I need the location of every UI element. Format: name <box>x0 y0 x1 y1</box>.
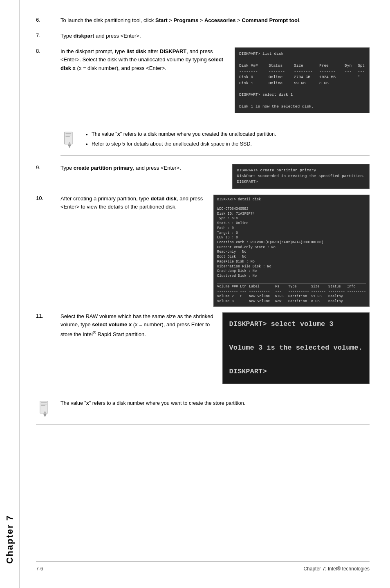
footer-page-num: 7-6 <box>36 566 43 572</box>
step-7-num: 7. <box>36 32 61 38</box>
page: Chapter 7 6. To launch the disk partitio… <box>0 0 390 588</box>
note-box-2: The value "x" refers to a disk number wh… <box>36 394 370 425</box>
svg-rect-2 <box>65 135 71 135</box>
note-1-bullet-1: The value "x" refers to a disk number wh… <box>92 130 370 138</box>
step-9-row: 9. Type create partition primary, and pr… <box>36 164 370 189</box>
svg-rect-7 <box>41 402 47 403</box>
step-7-text: Type diskpart and press <Enter>. <box>61 32 370 40</box>
chapter-sidebar: Chapter 7 <box>0 0 20 588</box>
step-10-content: After creating a primary partition, type… <box>61 195 370 307</box>
main-content: 6. To launch the disk partitioning tool,… <box>20 0 390 588</box>
note-2-content: The value "x" refers to a disk number wh… <box>61 399 370 407</box>
step-10-num: 10. <box>36 195 61 201</box>
svg-rect-1 <box>65 133 71 134</box>
terminal-listdisk: DISKPART> list disk Disk ### Status Size… <box>235 47 370 113</box>
step-9-num: 9. <box>36 164 61 171</box>
step-6-num: 6. <box>36 16 61 23</box>
note-icon-2 <box>36 399 54 420</box>
step-10-terminal: DISKPART> detail disk WDC-CTD6434S5E2 Di… <box>213 195 370 307</box>
svg-rect-3 <box>65 136 70 137</box>
step-9-terminal: DISKPART> create partition primary DiskP… <box>232 164 370 189</box>
step-6-text: To launch the disk partitioning tool, cl… <box>61 16 370 25</box>
svg-rect-8 <box>41 404 47 404</box>
svg-rect-9 <box>41 405 45 406</box>
step-7-row: 7. Type diskpart and press <Enter>. <box>36 32 370 40</box>
step-11-num: 11. <box>36 312 61 319</box>
svg-marker-11 <box>43 414 46 417</box>
step-6-row: 6. To launch the disk partitioning tool,… <box>36 16 370 25</box>
step-8-row: 8. In the diskpart prompt, type list dis… <box>36 47 370 113</box>
step-10-text: After creating a primary partition, type… <box>61 195 206 211</box>
note-2-text: The value "x" refers to a disk number wh… <box>61 400 245 406</box>
step-11-content: Select the RAW volume which has the same… <box>61 312 370 384</box>
step-10-row: 10. After creating a primary partition, … <box>36 195 370 307</box>
note-icon-1 <box>61 130 78 150</box>
note-pencil-icon <box>62 131 77 149</box>
chapter-label: Chapter 7 <box>4 515 15 563</box>
note-pencil-icon-2 <box>38 400 52 418</box>
step-9-text: Type create partition primary, and press… <box>61 164 225 172</box>
terminal-selectvol: DISKPART> select volume 3 Volume 3 is th… <box>222 312 370 384</box>
step-11-terminal: DISKPART> select volume 3 Volume 3 is th… <box>222 312 370 384</box>
step-8-text: In the diskpart prompt, type list disk a… <box>61 47 227 72</box>
terminal-createpart: DISKPART> create partition primary DiskP… <box>232 164 370 189</box>
svg-marker-5 <box>68 145 71 148</box>
terminal-detaildisk: DISKPART> detail disk WDC-CTD6434S5E2 Di… <box>213 195 370 307</box>
footer: 7-6 Chapter 7: Intel® technologies <box>36 561 370 572</box>
note-1-content: The value "x" refers to a disk number wh… <box>85 130 370 150</box>
step-8-content: In the diskpart prompt, type list disk a… <box>61 47 370 113</box>
step-8-num: 8. <box>36 47 61 54</box>
step-9-content: Type create partition primary, and press… <box>61 164 370 189</box>
note-1-bullet-2: Refer to step 5 for details about the un… <box>92 140 370 148</box>
step-11-row: 11. Select the RAW volume which has the … <box>36 312 370 384</box>
step-11-text: Select the RAW volume which has the same… <box>61 312 215 339</box>
footer-chapter-ref: Chapter 7: Intel® technologies <box>303 566 370 572</box>
note-box-1: The value "x" refers to a disk number wh… <box>61 125 370 156</box>
step-8-terminal: DISKPART> list disk Disk ### Status Size… <box>235 47 370 113</box>
